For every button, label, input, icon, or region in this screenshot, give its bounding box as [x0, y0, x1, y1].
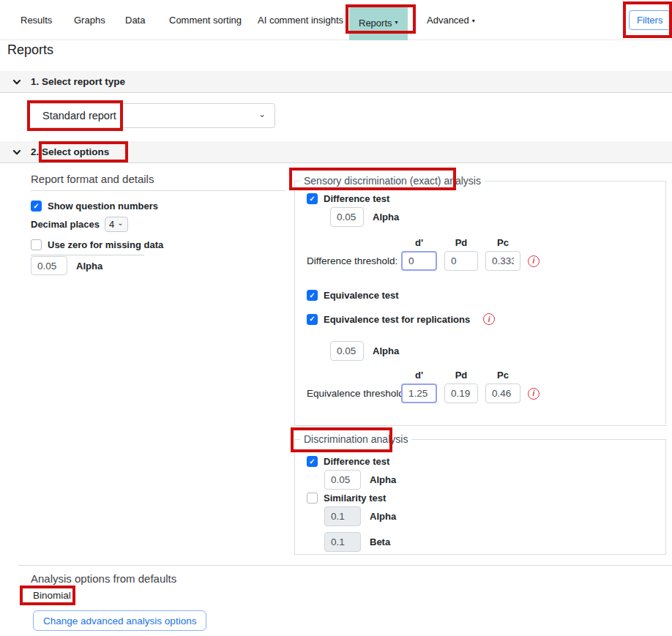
- sensory-difference-alpha-input[interactable]: [330, 207, 364, 227]
- show-question-numbers-row: ✓ Show question numbers: [31, 201, 285, 212]
- equivalence-alpha-input[interactable]: [330, 341, 364, 361]
- nav-item-ai-comment-insights[interactable]: AI comment insights: [258, 15, 343, 26]
- column-header-pd: Pd: [444, 237, 478, 248]
- column-header-dprime: d': [401, 370, 437, 381]
- analysis-defaults-value: Binomial: [33, 590, 71, 601]
- decimal-places-label: Decimal places: [31, 219, 100, 230]
- sensory-difference-test-label: Difference test: [324, 193, 389, 204]
- equivalence-test-checkbox[interactable]: ✓: [307, 290, 318, 301]
- caret-down-icon: ▾: [472, 15, 475, 26]
- decimal-places-value: 4: [109, 219, 114, 230]
- discrim-difference-test-row: ✓ Difference test: [307, 456, 654, 467]
- column-header-pc: Pc: [485, 370, 520, 381]
- caret-down-icon: ▾: [395, 19, 398, 26]
- nav-item-data[interactable]: Data: [125, 15, 145, 26]
- discrim-difference-alpha-label: Alpha: [370, 474, 396, 485]
- sensory-alpha1-row: Alpha: [330, 207, 654, 227]
- discrimination-analysis-panel: Discrimination analysis ✓ Difference tes…: [294, 439, 666, 555]
- report-format-column: Report format and details ✓ Show questio…: [31, 173, 285, 275]
- similarity-test-row: Similarity test: [307, 493, 654, 504]
- report-alpha-input[interactable]: [31, 256, 67, 275]
- reports-page: Results Graphs Data Comment sorting AI c…: [0, 0, 672, 636]
- sensory-difference-test-checkbox[interactable]: ✓: [307, 193, 318, 204]
- show-question-numbers-label: Show question numbers: [48, 201, 158, 212]
- equivalence-replications-row: ✓ Equivalence test for replications i: [307, 313, 654, 325]
- similarity-alpha-row: Alpha: [324, 506, 654, 526]
- report-format-heading: Report format and details: [31, 173, 285, 191]
- similarity-beta-label: Beta: [370, 536, 390, 547]
- select-caret-icon: ⌄: [258, 109, 266, 119]
- discrim-difference-test-label: Difference test: [324, 456, 389, 467]
- similarity-beta-input[interactable]: [324, 532, 361, 552]
- discrimination-panel-legend: Discrimination analysis: [300, 433, 411, 446]
- report-type-select[interactable]: Standard report ⌄: [29, 103, 275, 128]
- similarity-test-checkbox[interactable]: [307, 493, 318, 504]
- divider: [18, 565, 672, 566]
- use-zero-checkbox[interactable]: [31, 239, 42, 250]
- sensory-difference-alpha-label: Alpha: [373, 212, 399, 222]
- difference-threshold-row: Difference threshold: i: [307, 251, 654, 271]
- similarity-test-label: Similarity test: [324, 493, 386, 504]
- section-header-report-type[interactable]: 1. Select report type: [0, 71, 672, 93]
- sensory-discrimination-panel: Sensory discrimination (exact) analysis …: [294, 181, 666, 426]
- select-caret-icon: ⌄: [117, 219, 123, 227]
- equivalence-threshold-label: Equivalence threshold:: [307, 388, 394, 399]
- equivalence-alpha-label: Alpha: [373, 345, 399, 356]
- info-icon[interactable]: i: [528, 388, 540, 400]
- nav-item-advanced[interactable]: Advanced▾: [427, 15, 475, 27]
- info-icon[interactable]: i: [483, 313, 495, 325]
- equivalence-test-label: Equivalence test: [324, 290, 399, 301]
- page-title: Reports: [7, 42, 53, 58]
- report-type-selected-value: Standard report: [42, 110, 116, 121]
- equivalence-threshold-row: Equivalence threshold: i: [307, 384, 654, 403]
- use-zero-label: Use zero for missing data: [48, 239, 163, 250]
- column-header-pd: Pd: [444, 370, 478, 381]
- difference-threshold-pc-input[interactable]: [485, 251, 520, 271]
- difference-threshold-dprime-input[interactable]: [401, 251, 437, 271]
- equivalence-threshold-pd-input[interactable]: [444, 384, 478, 403]
- sensory-difference-test-row: ✓ Difference test: [307, 193, 654, 204]
- difference-threshold-headers: d' Pd Pc: [307, 237, 654, 248]
- use-zero-row: Use zero for missing data: [31, 239, 285, 250]
- nav-item-graphs[interactable]: Graphs: [74, 15, 105, 26]
- nav-item-comment-sorting[interactable]: Comment sorting: [169, 15, 242, 26]
- difference-threshold-label: Difference threshold:: [307, 255, 394, 266]
- discrim-difference-alpha-input[interactable]: [324, 470, 361, 490]
- equivalence-threshold-pc-input[interactable]: [485, 384, 520, 403]
- section-header-select-options[interactable]: 2. Select options: [0, 141, 672, 163]
- column-header-dprime: d': [401, 237, 437, 248]
- chevron-down-icon: [12, 77, 22, 87]
- equivalence-replications-checkbox[interactable]: ✓: [307, 314, 318, 325]
- analysis-defaults-heading: Analysis options from defaults: [31, 572, 176, 585]
- divider: [31, 255, 144, 255]
- equivalence-test-row: ✓ Equivalence test: [307, 290, 654, 301]
- reports-tab-label: Reports: [359, 18, 392, 29]
- discrim-difference-test-checkbox[interactable]: ✓: [307, 456, 318, 467]
- filters-button[interactable]: Filters: [629, 10, 671, 30]
- section-title: 2. Select options: [31, 146, 109, 157]
- sensory-panel-legend: Sensory discrimination (exact) analysis: [300, 175, 485, 187]
- chevron-down-icon: [12, 147, 22, 157]
- section-title: 1. Select report type: [31, 76, 125, 87]
- decimal-places-select[interactable]: 4 ⌄: [105, 217, 128, 232]
- info-icon[interactable]: i: [528, 255, 540, 267]
- change-advanced-options-button[interactable]: Change advanced analysis options: [33, 610, 206, 631]
- similarity-alpha-input[interactable]: [324, 506, 361, 526]
- nav-item-results[interactable]: Results: [20, 15, 52, 26]
- show-question-numbers-checkbox[interactable]: ✓: [31, 201, 42, 212]
- decimal-places-row: Decimal places 4 ⌄: [31, 217, 285, 232]
- equivalence-threshold-dprime-input[interactable]: [401, 384, 437, 403]
- top-navbar: Results Graphs Data Comment sorting AI c…: [0, 0, 672, 40]
- report-alpha-row: Alpha: [31, 256, 285, 275]
- nav-item-reports-active[interactable]: Reports ▾: [349, 6, 408, 40]
- difference-threshold-pd-input[interactable]: [444, 251, 478, 271]
- similarity-alpha-label: Alpha: [370, 511, 396, 522]
- column-header-pc: Pc: [485, 237, 520, 248]
- equivalence-threshold-headers: d' Pd Pc: [307, 370, 654, 381]
- advanced-label: Advanced: [427, 15, 469, 26]
- equivalence-replications-label: Equivalence test for replications: [324, 314, 470, 325]
- discrim-alpha-row: Alpha: [324, 470, 654, 490]
- report-alpha-label: Alpha: [76, 261, 102, 272]
- sensory-alpha2-row: Alpha: [330, 341, 654, 361]
- similarity-beta-row: Beta: [307, 532, 654, 552]
